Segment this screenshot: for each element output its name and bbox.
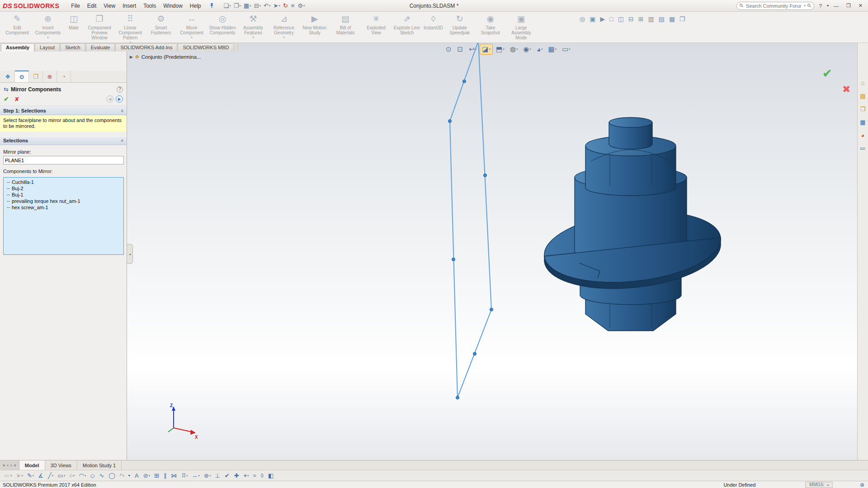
menu-item[interactable]: File [67, 1, 83, 10]
search-icon[interactable]: ⚲ [806, 2, 812, 9]
tab-scroll-button[interactable]: » [14, 463, 16, 468]
minimize-button[interactable]: — [831, 2, 841, 9]
menu-item[interactable]: Window [160, 1, 186, 10]
corner-rectangle-button[interactable]: ▭ ▾ [56, 471, 67, 480]
menu-item[interactable]: Tools [140, 1, 160, 10]
tab-scroll-button[interactable]: ‹ [7, 463, 9, 468]
save-button[interactable]: ▦ ▾ [242, 1, 253, 10]
large-assembly-mode-button[interactable]: ▣ Large Assembly Mode [506, 12, 537, 42]
file-explorer-tab[interactable]: ❐ [858, 103, 868, 115]
help-caret-icon[interactable]: ▾ [827, 3, 829, 9]
options-button[interactable]: ⚙ ▾ [296, 1, 306, 10]
assembly-features-button[interactable]: ⚒ Assembly Features ▾ [238, 12, 269, 42]
next-page-button[interactable]: ▶ [116, 95, 123, 103]
tile-horizontally-button[interactable]: ▤ [658, 14, 665, 23]
linear-sketch-pattern-button[interactable]: ⠿ ▾ [180, 471, 190, 480]
menu-item[interactable]: Help [186, 1, 205, 10]
help-icon[interactable]: ? [117, 86, 123, 93]
component-list-item[interactable]: prevailing torque hex nut_am-1 [4, 198, 123, 204]
smart-fasteners-button[interactable]: ⚙ Smart Fasteners [146, 12, 176, 42]
sketch-button[interactable]: ✎ ▾ [25, 471, 36, 480]
confirm-cancel-button[interactable]: ✖ [842, 84, 850, 95]
dimxpertmanager-tab[interactable]: ⊕ [43, 70, 57, 82]
help-button[interactable]: ? [816, 2, 825, 9]
web-help-icon[interactable]: ⊕ [860, 482, 864, 488]
section-view-button[interactable]: ◪ ▾ [480, 44, 493, 55]
component-preview-window-button[interactable]: ❐ Component Preview Window [84, 12, 115, 42]
mate-button[interactable]: ◫ Mate [63, 12, 84, 42]
view-palette-tab[interactable]: ▦ [858, 116, 868, 128]
tab-evaluate[interactable]: Evaluate [86, 43, 115, 52]
tab-3d-views[interactable]: 3D Views [45, 460, 77, 470]
appearances-scenes-tab[interactable]: ◕ [858, 129, 868, 141]
view-settings-button[interactable]: ▭ ▾ [560, 44, 573, 55]
mirror-plane-input[interactable] [3, 156, 124, 164]
convert-entities-button[interactable]: ⊞ [152, 471, 161, 480]
design-library-tab[interactable]: ▤ [858, 90, 868, 102]
insert-components-button[interactable]: ⊕ Insert Components ▾ [33, 12, 63, 42]
centerpoint-arc-button[interactable]: ◠ ▾ [77, 471, 88, 480]
zoom-to-fit-button[interactable]: ⊙ [443, 44, 454, 55]
selections-header[interactable]: Selections ˄ [0, 136, 127, 145]
add-relation-button[interactable]: ⊥ [213, 471, 222, 480]
undo-button[interactable]: ↶ ▾ [262, 1, 272, 10]
trim-entities-button[interactable]: ⊘ ▾ [142, 471, 152, 480]
zoom-to-area-button[interactable]: ⊡ [455, 44, 466, 55]
tab-motion-study-1[interactable]: Motion Study 1 [77, 460, 122, 470]
solidworks-resources-tab[interactable]: ⌂ [858, 77, 868, 89]
mirror-entities-button[interactable]: ⋈ [170, 471, 179, 480]
viewport-single-button[interactable]: □ [609, 14, 614, 23]
components-to-mirror-list[interactable]: Cuchilla-1 Buj-2 Buj-1 prevailing torque… [3, 177, 124, 255]
tab-assembly[interactable]: Assembly [1, 43, 34, 52]
fully-define-sketch-button[interactable]: ✔ [223, 471, 232, 480]
community-search-box[interactable]: ⚲ ▾ ⚲ [736, 2, 814, 10]
select-button[interactable]: ➤ ▾ [272, 1, 282, 10]
displaymanager-tab[interactable]: ◔ [57, 70, 71, 82]
spline-button[interactable]: ∿ [97, 471, 106, 480]
search-input[interactable] [745, 3, 802, 9]
bill-of-materials-button[interactable]: ▤ Bill of Materials [330, 12, 361, 42]
viewport-two-vertical-button[interactable]: ◫ [617, 14, 625, 23]
show-hidden-components-button[interactable]: ◎ Show Hidden Components [207, 12, 238, 42]
hide-show-items-button[interactable]: ◉ ▾ [521, 44, 533, 55]
component-list-item[interactable]: hex screw_am-1 [4, 204, 123, 211]
repair-sketch-button[interactable]: ✚ [232, 471, 241, 480]
tab-model[interactable]: Model [19, 460, 45, 470]
edit-appearance-button[interactable]: ◕ ▾ [534, 44, 545, 55]
confirm-ok-button[interactable]: ✔ [822, 66, 832, 80]
search-scope-caret-icon[interactable]: ▾ [804, 4, 806, 8]
tab-scroll-button[interactable]: « [3, 463, 5, 468]
custom-properties-tab[interactable]: ≔ [858, 142, 868, 154]
tab-sketch[interactable]: Sketch [60, 43, 85, 52]
collapse-chevron-icon[interactable]: ˄ [121, 138, 123, 143]
selection-filter-button[interactable]: ≔ ▾ [2, 471, 14, 480]
point-button[interactable]: • [126, 471, 132, 480]
file-properties-button[interactable]: ≡ [290, 1, 297, 10]
previous-view-button[interactable]: ↩ ▾ [467, 44, 479, 55]
view-orientation-button[interactable]: ⬒ ▾ [494, 44, 507, 55]
apply-scene-button[interactable]: ▦ ▾ [546, 44, 559, 55]
pin-menu-icon[interactable] [209, 3, 214, 9]
component-list-item[interactable]: Buj-1 [4, 192, 123, 198]
component-list-item[interactable]: Cuchilla-1 [4, 179, 123, 185]
instant2d-button[interactable]: ◊ [259, 471, 266, 480]
tab-scroll-button[interactable]: › [10, 463, 12, 468]
viewport-four-button[interactable]: ⊞ [637, 14, 645, 23]
polygon-button[interactable]: ◇ [88, 471, 97, 480]
update-speedpak-button[interactable]: ↻ Update Speedpak [444, 12, 475, 42]
ok-button[interactable]: ✔ [4, 95, 9, 103]
menu-item[interactable]: Insert [119, 1, 140, 10]
screen-capture-button[interactable]: ◎ [579, 14, 586, 23]
rebuild-button[interactable]: ↻ [282, 1, 290, 10]
move-entities-button[interactable]: ↔ ▾ [190, 471, 202, 480]
close-button[interactable]: ✕ [856, 2, 865, 9]
graphics-viewport[interactable]: Z X ▶ ❖ Conjunto (Predetermina... ⊙ ⊡ [127, 43, 857, 460]
configurationmanager-tab[interactable]: ❐ [29, 70, 43, 82]
link-views-button[interactable]: ▥ [647, 14, 655, 23]
menu-item[interactable]: Edit [84, 1, 100, 10]
previous-page-button[interactable]: ◀ [106, 95, 113, 103]
tile-vertically-button[interactable]: ▦ [668, 14, 676, 23]
collapse-chevron-icon[interactable]: ˄ [121, 108, 123, 113]
reference-geometry-button[interactable]: ⊿ Reference Geometry ▾ [269, 12, 299, 42]
rapid-sketch-button[interactable]: ≈ [251, 471, 258, 480]
